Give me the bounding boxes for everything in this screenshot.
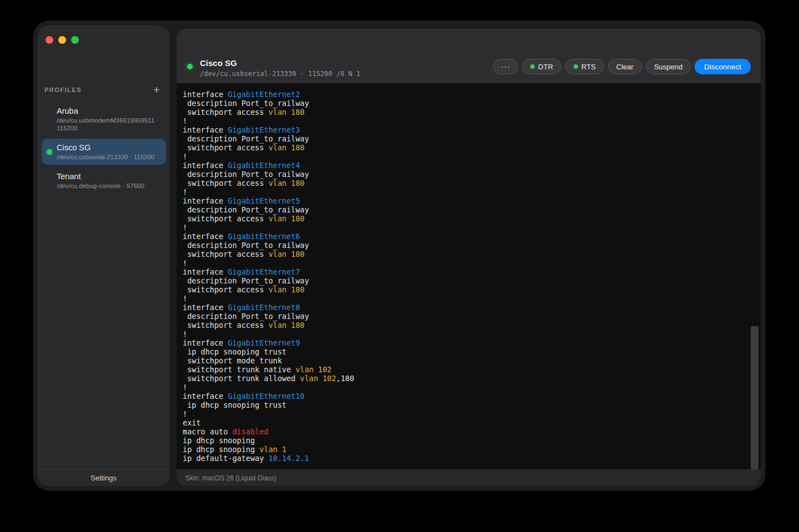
clear-button[interactable]: Clear bbox=[608, 59, 642, 74]
settings-button[interactable]: Settings bbox=[38, 469, 169, 486]
terminal-line: ip default-gateway 10.14.2.1 bbox=[183, 454, 750, 463]
rts-status-icon bbox=[574, 64, 578, 69]
terminal-line: switchport access vlan 180 bbox=[183, 143, 750, 152]
terminal-line: macro auto disabled bbox=[183, 427, 750, 436]
disconnect-button[interactable]: Disconnect bbox=[695, 59, 751, 74]
connection-status-icon bbox=[187, 64, 193, 69]
terminal-line: ! bbox=[183, 409, 750, 418]
terminal-line: ! bbox=[183, 259, 750, 267]
terminal-line: description Port_to_railway bbox=[183, 134, 750, 143]
terminal-line: interface GigabitEthernet8 bbox=[183, 303, 750, 312]
dtr-status-icon bbox=[530, 64, 535, 69]
session-titles: Cisco SG /dev/cu.usbserial-213330 · 1152… bbox=[200, 58, 360, 78]
profile-path: /dev/cu.usbserial-213330 · 115200 bbox=[57, 153, 160, 161]
traffic-lights bbox=[46, 36, 79, 44]
minimize-button[interactable] bbox=[58, 36, 66, 44]
header-buttons: ··· DTR RTS Clear Suspend Disconnect bbox=[493, 59, 751, 74]
terminal-line: ! bbox=[183, 116, 750, 125]
close-button[interactable] bbox=[46, 36, 53, 44]
terminal-line: description Port_to_railway bbox=[183, 312, 750, 321]
rts-label: RTS bbox=[581, 63, 596, 71]
ellipsis-icon: ··· bbox=[501, 62, 510, 71]
terminal-line: switchport mode trunk bbox=[183, 356, 750, 365]
terminal-line: switchport access vlan 180 bbox=[183, 285, 750, 294]
terminal-line: switchport access vlan 180 bbox=[183, 214, 750, 223]
profile-item-cisco-sg[interactable]: Cisco SG/dev/cu.usbserial-213330 · 11520… bbox=[42, 139, 166, 165]
terminal-line: ip dhcp snooping trust bbox=[183, 401, 750, 409]
terminal-line: description Port_to_railway bbox=[183, 99, 750, 108]
terminal-line: interface GigabitEthernet10 bbox=[183, 392, 750, 401]
profile-list: Aruba/dev/cu.usbmodemM36619959511 · 1152… bbox=[42, 102, 166, 196]
profile-path: /dev/cu.debug-console · 57600 bbox=[57, 182, 160, 190]
skin-status: Skin: macOS 26 (Liquid Glass) bbox=[185, 474, 277, 482]
terminal-line: description Port_to_railway bbox=[183, 170, 750, 179]
terminal-line: ip dhcp snooping trust bbox=[183, 347, 750, 356]
terminal-line: interface GigabitEthernet5 bbox=[183, 196, 750, 205]
dtr-label: DTR bbox=[538, 63, 553, 71]
terminal-line: interface GigabitEthernet6 bbox=[183, 232, 750, 241]
terminal-scrollbar[interactable] bbox=[751, 326, 758, 469]
terminal-line: interface GigabitEthernet9 bbox=[183, 338, 750, 347]
terminal-line: description Port_to_railway bbox=[183, 276, 750, 285]
terminal-line: ! bbox=[183, 223, 750, 232]
profile-item-tenant[interactable]: Tenant/dev/cu.debug-console · 57600 bbox=[42, 168, 166, 194]
terminal-line: interface GigabitEthernet3 bbox=[183, 125, 750, 134]
sidebar-header: PROFILES + bbox=[44, 83, 162, 97]
app-window: PROFILES + Aruba/dev/cu.usbmodemM3661995… bbox=[33, 21, 765, 490]
dtr-toggle[interactable]: DTR bbox=[522, 59, 561, 74]
zoom-button[interactable] bbox=[71, 36, 79, 44]
terminal-line: description Port_to_railway bbox=[183, 241, 750, 250]
terminal-line: switchport access vlan 180 bbox=[183, 321, 750, 330]
terminal-line: ip dhcp snooping vlan 1 bbox=[183, 445, 750, 454]
add-profile-button[interactable]: + bbox=[151, 85, 162, 95]
sidebar: PROFILES + Aruba/dev/cu.usbmodemM3661995… bbox=[38, 26, 169, 486]
session-title: Cisco SG bbox=[200, 58, 360, 68]
sidebar-footer: Settings bbox=[38, 469, 169, 486]
profile-path: /dev/cu.usbmodemM36619959511 · 115200 bbox=[57, 116, 160, 132]
terminal-line: interface GigabitEthernet4 bbox=[183, 161, 750, 170]
terminal-line: ip dhcp snooping bbox=[183, 436, 750, 445]
profile-name: Cisco SG bbox=[57, 143, 160, 153]
session-subtitle: /dev/cu.usbserial-213330 · 115200 /8 N 1 bbox=[200, 70, 360, 78]
terminal-line: switchport trunk native vlan 102 bbox=[183, 365, 750, 374]
terminal-output[interactable]: interface GigabitEthernet2 description P… bbox=[177, 83, 761, 469]
profile-item-aruba[interactable]: Aruba/dev/cu.usbmodemM36619959511 · 1152… bbox=[42, 102, 166, 136]
terminal-line: description Port_to_railway bbox=[183, 205, 750, 214]
session-header: Cisco SG /dev/cu.usbserial-213330 · 1152… bbox=[177, 29, 761, 83]
terminal-line: interface GigabitEthernet7 bbox=[183, 267, 750, 276]
connected-dot-icon bbox=[47, 149, 52, 155]
terminal-line: switchport access vlan 180 bbox=[183, 250, 750, 259]
terminal-line: interface GigabitEthernet2 bbox=[183, 90, 750, 99]
profile-name: Aruba bbox=[57, 106, 160, 116]
terminal-line: ! bbox=[183, 330, 750, 338]
more-options-button[interactable]: ··· bbox=[493, 59, 518, 74]
terminal-line: switchport access vlan 180 bbox=[183, 108, 750, 116]
terminal-line: ! bbox=[183, 188, 750, 196]
status-bar: Skin: macOS 26 (Liquid Glass) bbox=[177, 469, 761, 486]
rts-toggle[interactable]: RTS bbox=[565, 59, 604, 74]
terminal-line: ! bbox=[183, 152, 750, 161]
suspend-button[interactable]: Suspend bbox=[646, 59, 691, 74]
terminal-line: switchport access vlan 180 bbox=[183, 179, 750, 188]
terminal-line: exit bbox=[183, 418, 750, 427]
terminal-line: ! bbox=[183, 383, 750, 392]
profiles-heading: PROFILES bbox=[44, 87, 82, 93]
session-panel: Cisco SG /dev/cu.usbserial-213330 · 1152… bbox=[177, 29, 761, 486]
profile-name: Tenant bbox=[57, 171, 160, 181]
terminal-line: switchport trunk allowed vlan 102,180 bbox=[183, 374, 750, 383]
terminal-line: ! bbox=[183, 294, 750, 303]
